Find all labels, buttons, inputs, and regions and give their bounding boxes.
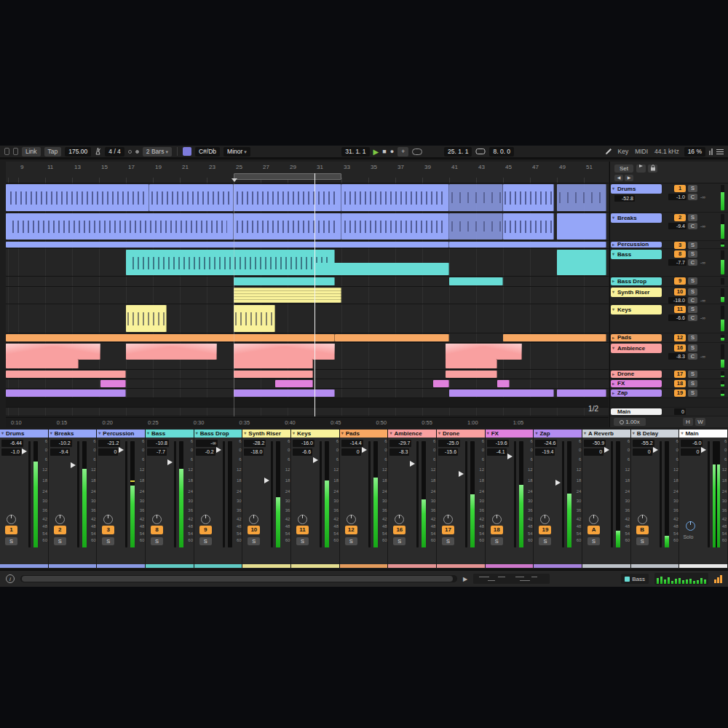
clip-zap[interactable] xyxy=(6,389,126,397)
track-header-keys[interactable]: ▾Keys11S-6.6C-∞ xyxy=(610,304,728,333)
collapse-arrow-icon[interactable]: ▾ xyxy=(244,430,246,438)
scrollbar-thumb[interactable] xyxy=(22,576,453,582)
arrangement-lane-drums[interactable] xyxy=(6,183,609,213)
clip-drone[interactable] xyxy=(6,371,126,378)
arrangement-lane-keys[interactable] xyxy=(6,304,609,333)
volume-display[interactable]: -0.2 xyxy=(196,448,215,456)
collapse-arrow-icon[interactable]: ▾ xyxy=(389,430,392,438)
fader-handle[interactable] xyxy=(410,461,415,467)
volume-display[interactable]: -8.3 xyxy=(668,353,687,360)
beat-time-ruler[interactable]: 9111315171921232527293133353739414345474… xyxy=(6,162,609,183)
collapse-arrow-icon[interactable]: ▾ xyxy=(1,430,4,438)
pan-control[interactable]: C xyxy=(688,353,697,360)
pan-knob[interactable] xyxy=(443,515,453,524)
track-number-badge[interactable]: 16 xyxy=(393,526,405,534)
solo-button[interactable]: S xyxy=(296,537,309,545)
fader-handle[interactable] xyxy=(167,459,173,465)
mixer-track-name[interactable]: ▾B Delay xyxy=(631,430,679,438)
pan-control[interactable]: C xyxy=(688,259,697,266)
track-name-chip[interactable]: ▸Pads xyxy=(611,334,662,341)
track-name-chip[interactable]: ▸Percussion xyxy=(611,242,662,248)
info-view-toggle[interactable]: i xyxy=(6,574,15,583)
follow-button[interactable]: ▶ xyxy=(463,576,467,582)
scale-name-menu[interactable]: Minor▾ xyxy=(223,147,250,157)
fader-track[interactable] xyxy=(465,441,467,547)
pan-control[interactable]: C xyxy=(688,223,697,229)
volume-display[interactable]: -18.0 xyxy=(668,297,687,304)
mixer-track-name[interactable]: ▾A Reverb xyxy=(582,430,630,438)
track-header-bass-drop[interactable]: ▸Bass Drop9S xyxy=(610,277,728,287)
expanded-arrow-icon[interactable]: ▾ xyxy=(612,213,614,223)
marker-flag-icon[interactable] xyxy=(636,165,646,173)
peak-level-display[interactable]: -∞ xyxy=(196,440,218,447)
clip-zap[interactable] xyxy=(234,389,335,397)
tempo-display[interactable]: 175.00 xyxy=(65,147,91,157)
peak-level-display[interactable]: -24.6 xyxy=(535,440,557,447)
link-button[interactable]: Link xyxy=(22,147,41,157)
solo-button[interactable]: S xyxy=(688,277,697,285)
peak-level-display[interactable]: -29.7 xyxy=(389,440,411,447)
volume-display[interactable]: -6.6 xyxy=(668,314,687,321)
clip-keys[interactable] xyxy=(126,305,167,332)
lock-icon[interactable] xyxy=(648,165,657,173)
fader-handle[interactable] xyxy=(555,480,561,486)
track-name-chip[interactable]: ▸FX xyxy=(611,380,662,387)
metronome-icon[interactable] xyxy=(95,145,101,158)
solo-button[interactable]: S xyxy=(688,306,697,313)
clip-bass[interactable] xyxy=(313,263,449,275)
record-button[interactable]: ● xyxy=(390,147,394,157)
optimize-width-button[interactable]: W xyxy=(695,418,705,426)
key-root-display[interactable]: C#/Db xyxy=(195,147,220,157)
track-number-badge[interactable]: B xyxy=(636,526,649,534)
volume-display[interactable]: 0 xyxy=(98,448,118,456)
track-number-badge[interactable]: 18 xyxy=(491,526,503,534)
mixer-track-name[interactable]: ▾Drone xyxy=(437,430,485,438)
track-header-main[interactable]: Main0 xyxy=(610,408,728,416)
fader-handle[interactable] xyxy=(701,447,706,453)
solo-button[interactable]: S xyxy=(688,242,697,249)
track-number-badge[interactable]: 8 xyxy=(674,250,686,258)
track-header-percussion[interactable]: ▸Percussion3S xyxy=(610,241,728,249)
track-name-chip[interactable]: ▾Breaks xyxy=(611,213,662,223)
expanded-arrow-icon[interactable]: ▾ xyxy=(612,344,614,353)
solo-button[interactable]: S xyxy=(5,537,17,545)
solo-button[interactable]: S xyxy=(636,537,649,545)
track-number-badge[interactable]: 3 xyxy=(102,526,114,534)
track-name-chip[interactable]: ▾Keys xyxy=(611,305,662,314)
arrangement-lane-ambience[interactable] xyxy=(6,343,609,370)
track-number-badge[interactable]: 12 xyxy=(674,334,686,341)
collapse-arrow-icon[interactable]: ▾ xyxy=(196,430,198,438)
mixer-track-name[interactable]: ▾Percussion xyxy=(97,430,145,438)
expanded-arrow-icon[interactable]: ▾ xyxy=(612,305,614,314)
clip-bass-drop[interactable] xyxy=(234,277,335,285)
overdub-button[interactable]: + xyxy=(397,147,408,157)
solo-button[interactable]: S xyxy=(688,334,697,341)
clip-ambience[interactable] xyxy=(6,344,100,360)
pan-knob[interactable] xyxy=(201,515,210,524)
mixer-track-name[interactable]: ▾Drums xyxy=(0,430,48,438)
draw-mode-button[interactable] xyxy=(605,145,612,158)
solo-button[interactable]: S xyxy=(491,537,503,545)
expanded-arrow-icon[interactable]: ▾ xyxy=(612,184,614,194)
volume-display[interactable]: -8.3 xyxy=(389,448,409,456)
peak-level-display[interactable]: -19.6 xyxy=(487,440,509,447)
prev-locator-button[interactable]: ◀ xyxy=(614,175,623,181)
clip-drums[interactable] xyxy=(449,184,503,211)
fader-handle[interactable] xyxy=(264,478,269,483)
mixer-track-name[interactable]: ▾Bass Drop xyxy=(194,430,242,438)
clip-ambience[interactable] xyxy=(446,359,497,368)
track-name-chip[interactable]: ▾Synth Riser xyxy=(611,288,662,297)
collapse-arrow-icon[interactable]: ▾ xyxy=(438,430,440,438)
fader-handle[interactable] xyxy=(22,448,27,454)
clip-drums[interactable] xyxy=(234,184,341,211)
pan-knob[interactable] xyxy=(589,515,598,524)
pan-knob[interactable] xyxy=(7,515,16,524)
peak-level-display[interactable]: -14.4 xyxy=(341,440,363,447)
clip-percussion[interactable] xyxy=(449,242,606,248)
track-header-pads[interactable]: ▸Pads12S xyxy=(610,333,728,343)
track-header-fx[interactable]: ▸FX18S xyxy=(610,379,728,389)
pan-knob[interactable] xyxy=(347,515,356,524)
fader-track[interactable] xyxy=(174,441,176,547)
solo-button[interactable]: S xyxy=(151,537,163,545)
collapse-arrow-icon[interactable]: ▾ xyxy=(633,430,635,438)
